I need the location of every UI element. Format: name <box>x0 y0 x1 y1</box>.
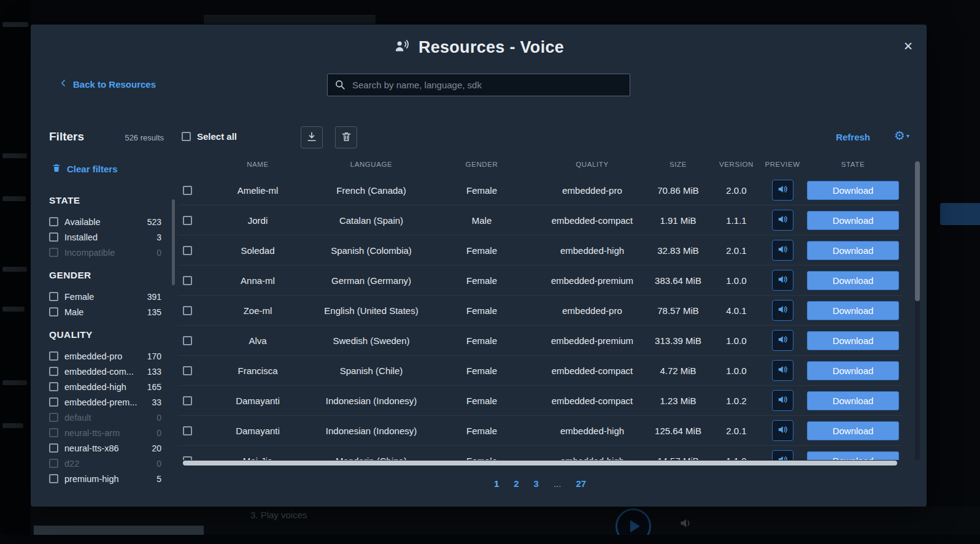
table-row: Anna-mlGerman (Germany)Femaleembedded-pr… <box>178 266 902 296</box>
download-button[interactable]: Download <box>807 241 899 260</box>
filter-checkbox[interactable] <box>49 307 58 316</box>
filter-item[interactable]: neural-tts-x8620 <box>49 440 166 456</box>
row-checkbox[interactable] <box>183 276 192 285</box>
cell-quality: embedded-high <box>540 426 644 436</box>
preview-button[interactable] <box>772 180 793 201</box>
table-header: NAMELANGUAGEGENDERQUALITYSIZEVERSIONPREV… <box>178 161 902 168</box>
filter-checkbox[interactable] <box>49 382 58 391</box>
row-checkbox[interactable] <box>183 186 192 195</box>
preview-button[interactable] <box>772 300 793 321</box>
horizontal-scrollbar[interactable] <box>183 461 897 465</box>
filter-checkbox[interactable] <box>49 292 58 301</box>
download-button[interactable]: Download <box>807 271 899 290</box>
filter-item[interactable]: Available523 <box>49 214 166 229</box>
page-button-2[interactable]: 2 <box>514 478 519 489</box>
delete-selected-button[interactable] <box>335 126 357 148</box>
table-body: Amelie-mlFrench (Canada)Femaleembedded-p… <box>178 175 902 460</box>
row-checkbox[interactable] <box>183 306 192 315</box>
filter-label: embedded-high <box>64 382 147 392</box>
filter-checkbox[interactable] <box>49 397 58 407</box>
filter-checkbox[interactable] <box>49 428 58 437</box>
download-button[interactable]: Download <box>807 391 899 410</box>
row-checkbox[interactable] <box>183 246 192 255</box>
preview-button[interactable] <box>772 450 793 460</box>
preview-button[interactable] <box>772 390 793 411</box>
preview-button[interactable] <box>772 420 793 441</box>
filter-item[interactable]: embedded-high165 <box>49 379 166 394</box>
download-button[interactable]: Download <box>807 211 899 230</box>
filter-item[interactable]: embedded-prem...33 <box>49 394 166 410</box>
filter-item[interactable]: Male135 <box>49 304 166 320</box>
download-button[interactable]: Download <box>807 181 899 200</box>
download-button[interactable]: Download <box>807 301 899 320</box>
page-button-3[interactable]: 3 <box>534 478 539 489</box>
filter-item[interactable]: Incompatible0 <box>49 245 166 260</box>
cell-quality: embedded-premium <box>540 275 644 286</box>
cell-name: Anna-ml <box>196 275 319 286</box>
preview-button[interactable] <box>772 330 793 351</box>
download-selected-button[interactable] <box>301 126 323 148</box>
cell-name: Zoe-ml <box>196 305 319 316</box>
preview-button[interactable] <box>772 210 793 231</box>
filter-checkbox[interactable] <box>49 367 58 376</box>
download-button[interactable]: Download <box>807 361 899 380</box>
search-input[interactable] <box>327 74 630 96</box>
preview-button[interactable] <box>772 270 793 291</box>
settings-gear-button[interactable]: ⚙ ▾ <box>894 128 909 143</box>
preview-button[interactable] <box>772 360 793 381</box>
table-scrollbar-track[interactable] <box>915 161 920 460</box>
page-button-27[interactable]: 27 <box>576 478 586 489</box>
cell-quality: embedded-premium <box>540 335 644 346</box>
cell-gender: Female <box>423 366 540 376</box>
search-bar <box>327 74 630 96</box>
download-button[interactable]: Download <box>807 421 899 440</box>
page-button-1[interactable]: 1 <box>494 478 499 489</box>
clear-filters-button[interactable]: Clear filters <box>52 163 175 175</box>
filter-label: neural-tts-x86 <box>64 443 152 453</box>
filter-checkbox[interactable] <box>49 217 58 226</box>
filter-checkbox[interactable] <box>49 459 58 468</box>
filter-checkbox[interactable] <box>49 443 58 453</box>
download-button[interactable]: Download <box>807 451 899 461</box>
back-to-resources-link[interactable]: Back to Resources <box>59 79 156 90</box>
row-checkbox[interactable] <box>183 396 192 405</box>
filter-count: 170 <box>147 351 166 361</box>
refresh-button[interactable]: Refresh <box>836 132 870 142</box>
row-checkbox[interactable] <box>183 366 192 375</box>
select-all-checkbox[interactable] <box>182 132 191 141</box>
filter-item[interactable]: embedded-com...133 <box>49 364 166 379</box>
pagination: 123...27 <box>178 478 902 489</box>
download-button[interactable]: Download <box>807 331 899 350</box>
filter-item[interactable]: embedded-pro170 <box>49 348 166 364</box>
row-checkbox[interactable] <box>183 336 192 345</box>
filter-checkbox[interactable] <box>49 248 58 257</box>
filter-checkbox[interactable] <box>49 413 58 422</box>
filter-item[interactable]: Female391 <box>49 289 166 304</box>
filter-checkbox[interactable] <box>49 474 58 483</box>
cell-name: Alva <box>196 335 319 346</box>
cell-version: 1.1.0 <box>712 456 761 461</box>
filter-checkbox[interactable] <box>49 351 58 361</box>
filter-item[interactable]: default0 <box>49 410 166 425</box>
filters-scrollbar[interactable] <box>172 199 175 285</box>
filter-item[interactable]: neural-tts-arm0 <box>49 425 166 440</box>
cell-quality: embedded-compact <box>540 215 644 226</box>
cell-gender: Female <box>423 185 540 196</box>
cell-name: Francisca <box>196 366 319 376</box>
filter-item[interactable]: Installed3 <box>49 229 166 245</box>
filter-checkbox[interactable] <box>49 232 58 242</box>
filter-count: 0 <box>156 248 166 258</box>
speaker-icon <box>777 454 789 460</box>
row-checkbox[interactable] <box>183 426 192 435</box>
select-all-control[interactable]: Select all <box>182 131 237 142</box>
cell-size: 1.91 MiB <box>644 215 712 226</box>
table-row-partial: Mei-JiaMandarin (China)Femaleembedded-hi… <box>178 446 902 460</box>
table-scrollbar-thumb[interactable] <box>915 161 920 301</box>
gear-icon: ⚙ <box>894 128 905 143</box>
row-checkbox[interactable] <box>183 456 192 461</box>
preview-button[interactable] <box>772 240 793 261</box>
row-checkbox[interactable] <box>183 216 192 225</box>
filter-item[interactable]: d220 <box>49 456 166 471</box>
close-button[interactable]: ✕ <box>903 39 913 53</box>
filter-item[interactable]: premium-high5 <box>49 471 166 486</box>
